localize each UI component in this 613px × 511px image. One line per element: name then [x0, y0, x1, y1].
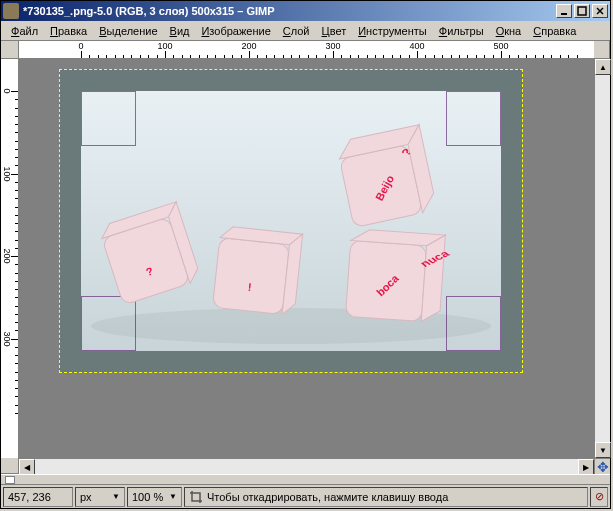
- content-row: 0100200300: [1, 59, 610, 458]
- menu-справка[interactable]: Справка: [527, 23, 582, 39]
- menu-окна[interactable]: Окна: [490, 23, 528, 39]
- scroll-right-button[interactable]: ▶: [578, 459, 594, 475]
- status-coordinates: 457, 236: [3, 487, 73, 507]
- svg-rect-1: [578, 7, 586, 15]
- app-window: *730135_.png-5.0 (RGB, 3 слоя) 500x315 –…: [0, 0, 611, 509]
- cancel-icon: ⊘: [595, 490, 604, 503]
- status-text: Чтобы откадрировать, нажмите клавишу вво…: [207, 491, 448, 503]
- menu-цвет[interactable]: Цвет: [316, 23, 353, 39]
- menu-изображение[interactable]: Изображение: [195, 23, 276, 39]
- statusbar: 457, 236 px ▼ 100 % ▼ Чтобы откадрироват…: [1, 484, 610, 508]
- close-button[interactable]: [592, 4, 608, 18]
- zoom-label: 100 %: [132, 491, 163, 503]
- menu-слой[interactable]: Слой: [277, 23, 316, 39]
- scroll-up-button[interactable]: ▲: [595, 59, 611, 75]
- chevron-down-icon: ▼: [112, 492, 120, 501]
- unit-label: px: [80, 491, 92, 503]
- menu-выделение[interactable]: Выделение: [93, 23, 163, 39]
- menu-инструменты[interactable]: Инструменты: [352, 23, 433, 39]
- navigation-button[interactable]: ✥: [594, 458, 610, 474]
- ruler-row-top: 0100200300400500: [1, 41, 610, 59]
- minimize-button[interactable]: [556, 4, 572, 18]
- svg-marker-19: [421, 234, 445, 323]
- maximize-button[interactable]: [574, 4, 590, 18]
- quickmask-toggle[interactable]: [5, 476, 15, 484]
- status-message: Чтобы откадрировать, нажмите клавишу вво…: [184, 487, 588, 507]
- menubar: ФайлПравкаВыделениеВидИзображениеСлойЦве…: [1, 21, 610, 41]
- status-unit-select[interactable]: px ▼: [75, 487, 125, 507]
- move-icon: ✥: [597, 459, 609, 475]
- scrollbar-vertical[interactable]: ▲ ▼: [594, 59, 610, 458]
- scrollbar-horizontal[interactable]: ◀ ▶: [19, 458, 594, 474]
- scroll-corner-left: [1, 458, 19, 474]
- scrollbar-h-row: ◀ ▶ ✥: [1, 458, 610, 474]
- window-title: *730135_.png-5.0 (RGB, 3 слоя) 500x315 –…: [23, 5, 556, 17]
- scroll-left-button[interactable]: ◀: [19, 459, 35, 475]
- menu-фильтры[interactable]: Фильтры: [433, 23, 490, 39]
- status-cancel-button[interactable]: ⊘: [590, 487, 608, 507]
- canvas-outer: ? !: [59, 69, 523, 373]
- ruler-horizontal[interactable]: 0100200300400500: [19, 41, 594, 59]
- image-canvas[interactable]: ? !: [81, 91, 501, 351]
- window-controls: [556, 4, 608, 18]
- ruler-corner-right: [594, 41, 610, 59]
- menu-файл[interactable]: Файл: [5, 23, 44, 39]
- scroll-h-track[interactable]: [35, 459, 578, 474]
- app-icon: [3, 3, 19, 19]
- scroll-down-button[interactable]: ▼: [595, 442, 611, 458]
- chevron-down-icon: ▼: [169, 492, 177, 501]
- status-zoom-select[interactable]: 100 % ▼: [127, 487, 182, 507]
- svg-rect-9: [213, 238, 290, 315]
- ruler-vertical[interactable]: 0100200300: [1, 59, 19, 458]
- menu-правка[interactable]: Правка: [44, 23, 93, 39]
- dice-image: ? !: [81, 91, 501, 351]
- menu-вид[interactable]: Вид: [164, 23, 196, 39]
- crop-icon: [189, 490, 203, 504]
- ruler-corner: [1, 41, 19, 59]
- titlebar[interactable]: *730135_.png-5.0 (RGB, 3 слоя) 500x315 –…: [1, 1, 610, 21]
- quickmask-row: [1, 474, 610, 484]
- scroll-v-track[interactable]: [595, 75, 610, 442]
- canvas-area[interactable]: ? !: [19, 59, 594, 458]
